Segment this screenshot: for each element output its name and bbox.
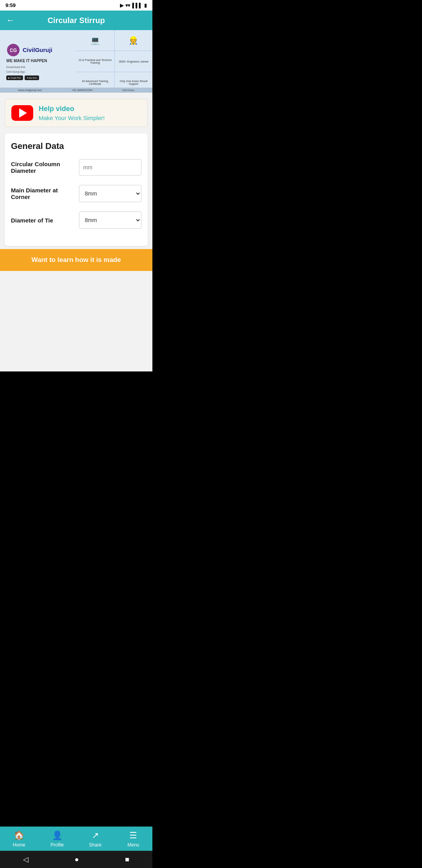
youtube-icon[interactable] xyxy=(11,105,33,121)
main-scroll-area: CG CivilGuruji WE MAKE IT HAPPEN Downloa… xyxy=(0,30,152,371)
help-video-section[interactable]: Help video Make Your Work Simpler! xyxy=(5,99,148,127)
promo-banner: CG CivilGuruji WE MAKE IT HAPPEN Downloa… xyxy=(0,30,152,93)
banner-cell-4: 3500+ Engineers Joined xyxy=(115,51,153,72)
column-diameter-label: Circular Coloumn Diameter xyxy=(11,161,79,174)
general-data-section: General Data Circular Coloumn Diameter M… xyxy=(5,133,148,246)
banner-cell-1: 💻 xyxy=(76,30,114,50)
signal-icon: ▌▌▌ xyxy=(132,3,142,8)
banner-right: 💻 👷 10 & Practical and Techone Training … xyxy=(76,30,152,93)
banner-cell-2: 👷 xyxy=(115,30,153,50)
banner-left: CG CivilGuruji WE MAKE IT HAPPEN Downloa… xyxy=(0,30,76,93)
banner-website: www.civilguruji.com xyxy=(18,89,42,91)
logo-icon: CG xyxy=(6,43,20,57)
field-column-diameter: Circular Coloumn Diameter xyxy=(11,159,141,176)
field-diameter-tie: Diameter of Tie 6mm 8mm 10mm 12mm xyxy=(11,212,141,229)
logo-text: CivilGuruji xyxy=(23,47,52,53)
play-icon: ▶ xyxy=(120,3,123,8)
banner-phone: +91 8383332294 xyxy=(72,89,93,91)
section-title: General Data xyxy=(11,141,141,151)
help-video-subtitle: Make Your Work Simpler! xyxy=(39,115,105,121)
column-diameter-input[interactable] xyxy=(79,159,141,176)
diameter-tie-select[interactable]: 6mm 8mm 10mm 12mm xyxy=(79,212,141,229)
main-diameter-select[interactable]: 6mm 8mm 10mm 12mm 16mm 20mm xyxy=(79,185,141,202)
play-triangle xyxy=(19,108,27,118)
google-play-badge[interactable]: ▶ Google Play xyxy=(6,75,23,80)
store-badges: ▶ Google Play ⬇ App Store xyxy=(6,75,70,80)
svg-text:CG: CG xyxy=(10,48,17,53)
help-video-title: Help video xyxy=(39,105,105,113)
main-diameter-label: Main Diameter at Corner xyxy=(11,187,79,200)
banner-footer: www.civilguruji.com +91 8383332294 Civil… xyxy=(0,88,152,93)
banner-tagline: WE MAKE IT HAPPEN xyxy=(6,59,70,63)
banner-cell-3: 10 & Practical and Techone Training xyxy=(76,51,114,72)
help-text-area: Help video Make Your Work Simpler! xyxy=(39,105,105,121)
banner-app-name: Civil Guruji App xyxy=(6,70,70,73)
banner-contact: Civil Guru xyxy=(122,89,134,91)
logo-area: CG CivilGuruji xyxy=(6,43,70,57)
page-title: Circular Stirrup xyxy=(48,16,105,25)
app-store-badge[interactable]: ⬇ App Store xyxy=(25,75,39,80)
battery-icon: ▮ xyxy=(144,3,147,8)
top-nav-bar: ← Circular Stirrup xyxy=(0,11,152,30)
back-button[interactable]: ← xyxy=(6,16,15,25)
diameter-tie-label: Diameter of Tie xyxy=(11,217,79,224)
status-time: 9:59 xyxy=(5,2,16,8)
wifi-icon: ▾▾ xyxy=(125,3,130,8)
learn-button[interactable]: Want to learn how it is made xyxy=(0,249,152,271)
banner-download-text: Download the xyxy=(6,65,70,69)
field-main-diameter: Main Diameter at Corner 6mm 8mm 10mm 12m… xyxy=(11,185,141,202)
status-icons: ▶ ▾▾ ▌▌▌ ▮ xyxy=(120,3,147,8)
status-bar: 9:59 ▶ ▾▾ ▌▌▌ ▮ xyxy=(0,0,152,11)
